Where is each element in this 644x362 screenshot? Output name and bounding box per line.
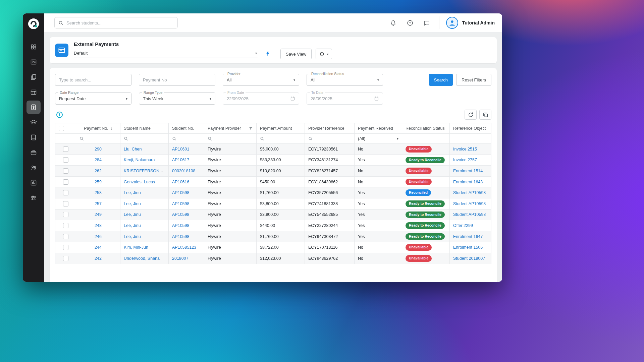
student-name-link[interactable]: Gonzales, Lucas <box>124 180 155 184</box>
student-name-link[interactable]: Lee, Jinu <box>124 234 141 239</box>
select-all-header[interactable] <box>55 123 76 134</box>
sidebar-item-library[interactable] <box>26 131 41 144</box>
sidebar-item-tables[interactable] <box>26 85 41 99</box>
row-checkbox[interactable] <box>63 157 68 163</box>
row-checkbox[interactable] <box>63 179 68 185</box>
column-search-icon[interactable] <box>308 136 351 141</box>
student-no-link[interactable]: AP10598 <box>172 201 189 206</box>
payment-no-link[interactable]: 284 <box>95 158 102 162</box>
student-no-link[interactable]: AP10598 <box>172 234 189 239</box>
save-view-button[interactable]: Save View <box>280 49 312 59</box>
column-filter-payment-provider[interactable] <box>204 134 257 144</box>
date-range-select[interactable]: Date Range Request Date ▾ <box>55 93 131 105</box>
column-search-icon[interactable] <box>208 136 253 141</box>
student-no-link[interactable]: AP10598 <box>172 190 189 195</box>
student-no-link[interactable]: 2018007 <box>172 256 189 261</box>
view-selector[interactable]: Default ▾ <box>74 50 258 58</box>
column-search-icon[interactable] <box>79 136 117 141</box>
row-checkbox[interactable] <box>63 223 68 228</box>
sidebar-item-jobs[interactable] <box>26 146 41 159</box>
provider-select[interactable]: Provider All ▾ <box>223 74 299 86</box>
reference-object-link[interactable]: Enrolment 1643 <box>453 180 483 184</box>
row-checkbox[interactable] <box>63 146 68 152</box>
student-name-link[interactable]: Kim, Min-Jun <box>124 245 148 250</box>
column-filter-payment-no[interactable] <box>76 134 120 144</box>
keyword-search-input[interactable] <box>59 77 127 82</box>
column-search-icon[interactable] <box>172 136 201 141</box>
row-checkbox[interactable] <box>63 190 68 195</box>
payment-no-link[interactable]: 242 <box>95 256 102 261</box>
payment-no-link[interactable]: 248 <box>95 223 102 228</box>
payment-no-link[interactable]: 257 <box>95 201 102 206</box>
reset-filters-button[interactable]: Reset Filters <box>456 74 491 86</box>
column-header-payment-no[interactable]: Payment No.↓ <box>76 123 120 134</box>
row-checkbox[interactable] <box>63 256 68 261</box>
sidebar-item-education[interactable] <box>26 116 41 129</box>
reference-object-link[interactable]: Student AP10598 <box>453 212 486 217</box>
refresh-button[interactable] <box>465 110 477 120</box>
column-filter-student-no[interactable] <box>169 134 204 144</box>
user-avatar[interactable] <box>446 17 458 29</box>
view-settings-button[interactable]: ⚙ ▾ <box>316 49 332 59</box>
reconciliation-status-select[interactable]: Reconciliation Status All ▾ <box>307 74 383 86</box>
reference-object-link[interactable]: Student AP10598 <box>453 190 486 195</box>
column-filter-provider-reference[interactable] <box>305 134 355 144</box>
payment-no-input[interactable] <box>143 77 211 82</box>
row-checkbox[interactable] <box>63 201 68 206</box>
payment-no-link[interactable]: 258 <box>95 190 102 195</box>
student-no-link[interactable]: AP10598 <box>172 223 189 228</box>
sidebar-item-preferences[interactable] <box>26 191 41 204</box>
help-button[interactable]: ? <box>406 19 414 27</box>
select-all-checkbox[interactable] <box>59 126 64 131</box>
reference-object-link[interactable]: Enrolment 1514 <box>453 169 483 173</box>
student-no-link[interactable]: AP10616 <box>172 180 189 184</box>
sidebar-item-contacts[interactable] <box>26 55 41 69</box>
sidebar-item-reports[interactable] <box>26 176 41 189</box>
payment-no-link[interactable]: 246 <box>95 234 102 239</box>
payment-no-link[interactable]: 262 <box>95 169 102 173</box>
row-checkbox[interactable] <box>63 212 68 217</box>
notifications-button[interactable] <box>389 19 397 27</box>
reference-object-link[interactable]: Student AP10598 <box>453 201 486 206</box>
app-logo-icon[interactable] <box>27 17 40 32</box>
sidebar-item-documents[interactable] <box>26 70 41 84</box>
row-checkbox[interactable] <box>63 245 68 250</box>
search-button[interactable]: Search <box>429 74 453 86</box>
student-name-link[interactable]: Lee, Jinu <box>124 223 141 228</box>
column-header-student-no[interactable]: Student No. <box>169 123 204 134</box>
column-filter-student-name[interactable] <box>120 134 169 144</box>
sidebar-item-people[interactable] <box>26 161 41 174</box>
column-header-payment-amount[interactable]: Payment Amount <box>257 123 305 134</box>
row-checkbox[interactable] <box>63 168 68 174</box>
student-name-link[interactable]: KRISTOFFERSON, Kris <box>124 169 169 173</box>
reference-object-link[interactable]: Enrolment 1647 <box>453 234 483 239</box>
student-search-input[interactable] <box>66 20 174 25</box>
reference-object-link[interactable]: Invoice 2757 <box>453 158 477 162</box>
payment-no-field[interactable] <box>139 74 215 86</box>
column-header-reconciliation-status[interactable]: Reconciliation Status <box>402 123 450 134</box>
chat-button[interactable] <box>423 19 431 27</box>
row-checkbox[interactable] <box>63 234 68 239</box>
reference-object-link[interactable]: Invoice 2515 <box>453 147 477 152</box>
column-header-reference-object[interactable]: Reference Object <box>450 123 491 134</box>
student-no-link[interactable]: AP10601 <box>172 147 189 152</box>
payment-no-link[interactable]: 244 <box>95 245 102 250</box>
reference-object-link[interactable]: Student 2018007 <box>453 256 485 261</box>
column-filter-payment-received[interactable]: (All)▾ <box>355 134 402 144</box>
student-name-link[interactable]: Lee, Jinu <box>124 201 141 206</box>
column-header-student-name[interactable]: Student Name <box>120 123 169 134</box>
column-filter-payment-amount[interactable] <box>257 134 305 144</box>
info-icon[interactable]: i <box>56 112 63 118</box>
export-button[interactable] <box>479 110 491 120</box>
student-no-link[interactable]: 0002018108 <box>172 169 196 173</box>
sidebar-item-dashboard[interactable] <box>26 40 41 54</box>
student-name-link[interactable]: Lee, Jinu <box>124 190 141 195</box>
payment-no-link[interactable]: 249 <box>95 212 102 217</box>
column-header-payment-received[interactable]: Payment Received <box>355 123 402 134</box>
sidebar-item-payments[interactable] <box>26 101 41 114</box>
column-search-icon[interactable] <box>124 136 165 141</box>
column-header-payment-provider[interactable]: Payment Provider <box>204 123 257 134</box>
column-header-provider-reference[interactable]: Provider Reference <box>305 123 355 134</box>
student-no-link[interactable]: AP10585123 <box>172 245 196 250</box>
payment-received-filter[interactable]: (All)▾ <box>358 136 398 141</box>
